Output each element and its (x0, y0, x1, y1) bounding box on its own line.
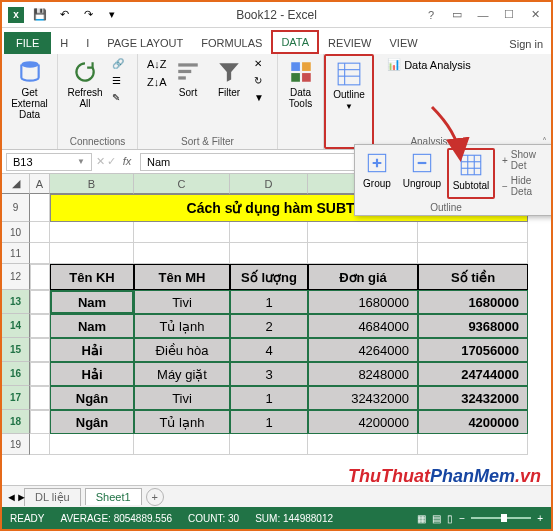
cell[interactable] (308, 243, 418, 264)
cancel-entry-icon[interactable]: ✕ (96, 155, 105, 168)
cell[interactable]: 32432000 (418, 386, 528, 410)
row-header[interactable]: 11 (2, 243, 30, 264)
clear-filter-item[interactable]: ✕ (251, 57, 271, 73)
cell[interactable]: Ngân (50, 410, 134, 434)
tab-review[interactable]: REVIEW (319, 32, 380, 54)
fx-icon[interactable]: fx (118, 155, 136, 168)
cell[interactable]: Ngân (50, 386, 134, 410)
row-header[interactable]: 16 (2, 362, 30, 386)
cell[interactable] (418, 434, 528, 455)
zoom-in-icon[interactable]: + (537, 513, 543, 524)
minimize-icon[interactable]: — (471, 5, 495, 25)
cell[interactable]: 17056000 (418, 338, 528, 362)
table-header[interactable]: Tên MH (134, 264, 230, 290)
cell[interactable] (50, 434, 134, 455)
tab-home-trunc[interactable]: H (51, 32, 77, 54)
view-layout-icon[interactable]: ▤ (432, 513, 441, 524)
cell[interactable] (30, 338, 50, 362)
cell[interactable]: 1 (230, 290, 308, 314)
tab-page-layout[interactable]: PAGE LAYOUT (98, 32, 192, 54)
cell[interactable]: 4 (230, 338, 308, 362)
cell[interactable]: 4684000 (308, 314, 418, 338)
cell[interactable]: 4264000 (308, 338, 418, 362)
cell[interactable] (30, 362, 50, 386)
connections-item[interactable]: 🔗 (109, 57, 131, 73)
cell[interactable] (418, 222, 528, 243)
cell[interactable] (418, 243, 528, 264)
cell[interactable]: 32432000 (308, 386, 418, 410)
cell[interactable]: 4200000 (308, 410, 418, 434)
undo-icon[interactable]: ↶ (54, 5, 74, 25)
name-box[interactable]: B13 ▼ (6, 153, 92, 171)
worksheet-grid[interactable]: ◢ A B C D E F 9 Cách sử dụng hàm SUBTOTA… (2, 174, 551, 455)
tab-insert-trunc[interactable]: I (77, 32, 98, 54)
cell[interactable]: 3 (230, 362, 308, 386)
row-header[interactable]: 13 (2, 290, 30, 314)
advanced-item[interactable]: ▼ (251, 91, 271, 107)
sheet-tab-sheet1[interactable]: Sheet1 (85, 488, 142, 505)
cell[interactable]: Máy giặt (134, 362, 230, 386)
sort-desc-button[interactable]: Z↓A (144, 75, 166, 89)
save-icon[interactable]: 💾 (30, 5, 50, 25)
qat-customize-icon[interactable]: ▾ (102, 5, 122, 25)
refresh-all-button[interactable]: Refresh All (64, 57, 106, 111)
cell[interactable] (134, 243, 230, 264)
cell[interactable]: Nam (50, 290, 134, 314)
show-detail-button[interactable]: +Show Det (499, 148, 551, 172)
zoom-out-icon[interactable]: − (459, 513, 465, 524)
cell[interactable] (308, 434, 418, 455)
cell[interactable]: Nam (50, 314, 134, 338)
ribbon-options-icon[interactable]: ▭ (445, 5, 469, 25)
cell[interactable] (230, 222, 308, 243)
cell[interactable]: Tivi (134, 290, 230, 314)
hide-detail-button[interactable]: −Hide Deta (499, 174, 551, 198)
row-header[interactable]: 9 (2, 194, 30, 222)
sheet-nav-next-icon[interactable]: ► (16, 491, 27, 503)
cell[interactable]: 9368000 (418, 314, 528, 338)
cell[interactable]: Hải (50, 338, 134, 362)
cell[interactable]: Điều hòa (134, 338, 230, 362)
row-header[interactable]: 19 (2, 434, 30, 455)
cell[interactable]: 24744000 (418, 362, 528, 386)
zoom-slider[interactable] (471, 517, 531, 519)
cell[interactable] (230, 243, 308, 264)
col-header-b[interactable]: B (50, 174, 134, 194)
table-header[interactable]: Đơn giá (308, 264, 418, 290)
outline-button[interactable]: Outline ▼ (327, 59, 371, 113)
cell[interactable] (134, 434, 230, 455)
row-header[interactable]: 15 (2, 338, 30, 362)
help-icon[interactable]: ? (419, 5, 443, 25)
cell[interactable]: 4200000 (418, 410, 528, 434)
col-header-a[interactable]: A (30, 174, 50, 194)
sort-button[interactable]: Sort (169, 57, 207, 100)
cell[interactable] (30, 314, 50, 338)
filter-button[interactable]: Filter (210, 57, 248, 100)
table-header[interactable]: Số lượng (230, 264, 308, 290)
reapply-item[interactable]: ↻ (251, 74, 271, 90)
cell[interactable] (230, 434, 308, 455)
cell[interactable] (30, 264, 50, 290)
cell[interactable]: 1 (230, 386, 308, 410)
cell[interactable] (308, 222, 418, 243)
subtotal-button[interactable]: Subtotal (447, 148, 495, 199)
row-header[interactable]: 17 (2, 386, 30, 410)
cell[interactable]: Tủ lạnh (134, 410, 230, 434)
table-header[interactable]: Số tiền (418, 264, 528, 290)
view-break-icon[interactable]: ▯ (447, 513, 453, 524)
cell[interactable] (50, 243, 134, 264)
data-analysis-button[interactable]: 📊 Data Analysis (384, 57, 474, 73)
tab-data[interactable]: DATA (271, 30, 319, 54)
row-header[interactable]: 18 (2, 410, 30, 434)
tab-formulas[interactable]: FORMULAS (192, 32, 271, 54)
close-icon[interactable]: ✕ (523, 5, 547, 25)
redo-icon[interactable]: ↷ (78, 5, 98, 25)
sheet-tab-dl[interactable]: DL liệu (24, 488, 81, 506)
select-all-corner[interactable]: ◢ (2, 174, 30, 194)
cell[interactable]: Hải (50, 362, 134, 386)
get-external-data-button[interactable]: Get External Data (6, 57, 54, 122)
row-header[interactable]: 10 (2, 222, 30, 243)
properties-item[interactable]: ☰ (109, 74, 131, 90)
cell[interactable]: 1680000 (418, 290, 528, 314)
cell[interactable] (50, 222, 134, 243)
maximize-icon[interactable]: ☐ (497, 5, 521, 25)
